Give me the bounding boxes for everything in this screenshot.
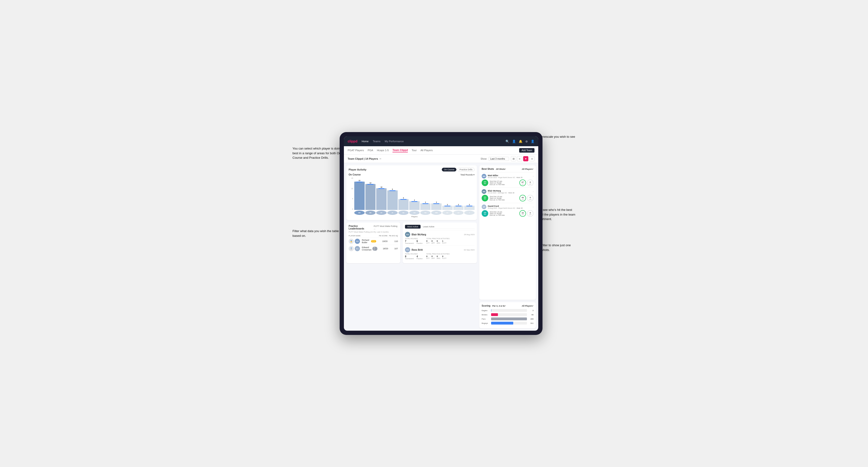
profile-icon[interactable]: 👤 — [531, 139, 534, 143]
bar-avatar-7: MM — [431, 211, 441, 215]
add-team-button[interactable]: Add Team — [519, 148, 534, 153]
bar-num-label-10: 2 — [469, 204, 470, 206]
bottom-row: Practice Leaderboards PUTT Must Make Put… — [346, 222, 477, 263]
bar-10 — [464, 206, 474, 210]
bar-num-label-9: 2 — [458, 204, 459, 206]
practice-rounds-2: 4 — [416, 255, 423, 258]
pars-value: 499 — [528, 318, 533, 320]
lb-col-avg: PB AVG SQ — [389, 235, 398, 237]
bar-group-3: 9 — [387, 177, 398, 210]
tab-pgat-players[interactable]: PGAT Players — [348, 149, 364, 152]
bogeys-label: Bogeys — [482, 322, 491, 324]
practice-title: Practice Leaderboards — [349, 225, 372, 230]
grid-view-icon[interactable]: ⊞ — [511, 156, 516, 161]
total-practice-label-1: Total Practice Activities — [426, 238, 450, 239]
stat-circle-3a: 16 yds — [519, 210, 526, 217]
most-active-tab[interactable]: Most Active — [405, 225, 421, 228]
nav-my-performance[interactable]: My Performance — [385, 140, 404, 143]
stat-circle-1b: 0 yds — [527, 180, 533, 186]
tablet-screen: clippd Home Teams My Performance 🔍 👤 🔔 ⊕… — [344, 136, 538, 331]
nav-teams[interactable]: Teams — [373, 140, 380, 143]
arg-label-2: ARG — [437, 257, 440, 259]
shot-badge-1: 200SG — [482, 180, 488, 186]
edit-icon[interactable]: ✏ — [379, 158, 381, 160]
bell-icon[interactable]: 🔔 — [519, 139, 522, 143]
bar-0 — [354, 182, 365, 210]
practice-dropdown[interactable]: PUTT Must Make Putting ... — [374, 225, 398, 230]
tab-all-players[interactable]: All Players — [421, 149, 433, 152]
sub-tabs: PGAT Players PGA Hcaps 1-5 Team Clippd T… — [344, 146, 538, 155]
practice-subtitle: PUTT Must Make Putting (3-6 ft), Last 3 … — [349, 231, 398, 233]
lb-row-1: 🥇 RB Richard Butler ① 1 19/20 110 — [349, 238, 398, 245]
shot-chevron-1[interactable]: › — [533, 175, 533, 178]
user-icon[interactable]: 👤 — [512, 139, 516, 143]
tab-hcaps[interactable]: Hcaps 1-5 — [377, 149, 389, 152]
player-activity-title: Player Activity — [349, 168, 366, 171]
shot-end-lie-3: End Lie: In The Hole — [490, 214, 518, 216]
shot-avatar-3: DF — [482, 205, 486, 209]
most-active-card: Most Active Least Active BM Blair McHarg… — [403, 222, 477, 263]
nav-home[interactable]: Home — [362, 140, 368, 143]
stat-circle-2a: 43 yds — [519, 195, 526, 201]
scoring-card: Scoring Par 3, 4 & 5s ▾ All Players ▾ Ea… — [479, 302, 536, 328]
arg-2: 0 — [437, 255, 440, 257]
gtt-label-1: GTT — [426, 242, 430, 244]
tournament-rounds-2: 8 — [405, 255, 414, 258]
total-rounds-dropdown[interactable]: Total Rounds ▾ — [460, 174, 474, 176]
all-players-filter[interactable]: All Players — [522, 168, 533, 170]
avatars-row: BMBBDFJCEEGBRBMMECLR? — [354, 210, 474, 215]
all-shots-filter[interactable]: All Shots — [496, 168, 505, 170]
scoring-par-filter[interactable]: Par 3, 4 & 5s — [492, 305, 505, 307]
shots-filter-caret: ▾ — [505, 168, 506, 170]
bar-group-1: 12 — [365, 177, 376, 210]
tab-tour[interactable]: Tour — [412, 149, 416, 152]
least-active-tab[interactable]: Least Active — [421, 225, 437, 228]
bar-highlight-2 — [378, 188, 384, 189]
on-course-toggle[interactable]: On Course — [442, 168, 456, 172]
stat-circle-1a: 67 yds — [519, 180, 526, 186]
bar-num-label-0: 13 — [359, 180, 361, 181]
filter-view-icon[interactable]: ≎ — [529, 156, 534, 161]
total-rounds-label-1: Total Rounds — [405, 238, 423, 239]
bar-avatar-5: GB — [409, 211, 420, 215]
bar-chart-inner: 13121095433222 — [354, 177, 474, 210]
activity-tabs: Most Active Least Active — [405, 225, 474, 229]
bar-avatar-8: EC — [442, 211, 453, 215]
bar-num-label-4: 5 — [403, 197, 404, 199]
pars-label: Pars — [482, 318, 491, 320]
scoring-bar-bogeys: Bogeys 311 — [482, 322, 533, 324]
tab-team-clippd[interactable]: Team Clippd — [393, 149, 408, 152]
bar-num-label-6: 3 — [425, 201, 426, 203]
nav-bar: clippd Home Teams My Performance 🔍 👤 🔔 ⊕… — [344, 136, 538, 146]
scoring-bar-birdies: Birdies 96 — [482, 313, 533, 316]
putt-2: 0 — [442, 255, 446, 257]
bar-9 — [453, 206, 464, 210]
shot-chevron-2[interactable]: › — [533, 190, 533, 193]
shot-player-sub-3: 24 Aug 2023 · Royal North Devon GC · Hol… — [488, 207, 533, 209]
shot-player-sub-1: 09 Jun 2023 · Royal North Devon GC · Hol… — [488, 177, 533, 178]
plus-circle-icon[interactable]: ⊕ — [525, 139, 528, 143]
shot-player-name-3: David Ford — [488, 205, 533, 207]
scoring-bar-pars: Pars 499 — [482, 317, 533, 320]
bar-num-label-7: 3 — [436, 201, 437, 203]
list-view-icon[interactable]: ≡ — [517, 156, 522, 161]
activity-date-2: 02 Sep 2023 — [464, 249, 474, 251]
bar-avatar-4: EE — [398, 211, 409, 215]
timescale-dropdown[interactable]: Last 3 months — [489, 157, 509, 161]
shot-item-3: DF David Ford 24 Aug 2023 · Royal North … — [482, 203, 533, 218]
shot-chevron-3[interactable]: › — [533, 206, 533, 208]
bar-group-0: 13 — [354, 177, 365, 210]
total-rounds-label-2: Total Rounds — [405, 253, 423, 255]
shot-end-lie-2: End Lie: In The Hole — [490, 199, 518, 201]
shot-player-name-1: Matt Miller — [488, 174, 533, 177]
heart-view-icon[interactable]: ♥ — [523, 156, 528, 161]
tablet-frame: clippd Home Teams My Performance 🔍 👤 🔔 ⊕… — [340, 132, 542, 335]
practice-drills-toggle[interactable]: Practice Drills — [457, 168, 474, 172]
bar-group-2: 10 — [376, 177, 386, 210]
lb-col-score: PB SCORE — [378, 235, 388, 237]
lb-rank-2: 🥈 — [349, 246, 354, 251]
tab-pga[interactable]: PGA — [368, 149, 373, 152]
scoring-players-filter[interactable]: All Players — [522, 305, 533, 307]
search-icon[interactable]: 🔍 — [505, 139, 509, 143]
birdies-bar — [491, 313, 498, 316]
